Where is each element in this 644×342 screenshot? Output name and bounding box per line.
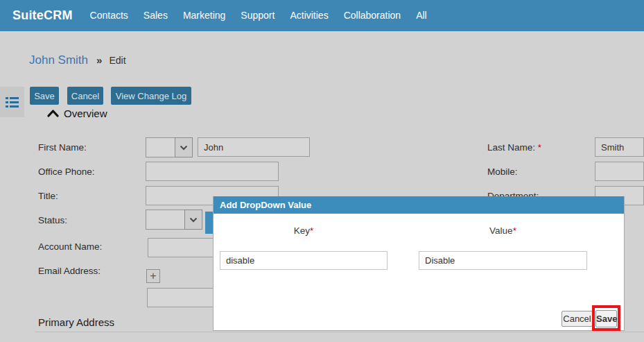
last-name-label-text: Last Name: xyxy=(487,142,535,153)
title-label: Title: xyxy=(38,191,58,201)
salutation-select[interactable] xyxy=(146,137,193,157)
last-name-input[interactable] xyxy=(595,137,644,157)
save-button[interactable]: Save xyxy=(30,87,59,105)
nav-item-sales[interactable]: Sales xyxy=(136,0,175,31)
key-field-label: Key* xyxy=(220,225,388,236)
view-change-log-button[interactable]: View Change Log xyxy=(111,87,191,105)
suitecrm-logo[interactable]: SuiteCRM xyxy=(0,8,82,23)
sidebar-toggle-button[interactable] xyxy=(0,87,24,117)
account-name-label: Account Name: xyxy=(38,241,102,252)
primary-address-section-title: Primary Address xyxy=(38,316,114,328)
breadcrumb-record-link[interactable]: John Smith xyxy=(29,53,88,67)
modal-title: Add DropDown Value xyxy=(214,196,624,214)
office-phone-input[interactable] xyxy=(146,162,279,181)
section-divider xyxy=(35,332,644,332)
add-email-button[interactable]: + xyxy=(146,269,160,283)
nav-item-activities[interactable]: Activities xyxy=(282,0,336,31)
chevron-down-icon xyxy=(180,145,188,151)
salutation-select-arrow[interactable] xyxy=(175,137,193,157)
email-address-label: Email Address: xyxy=(38,266,101,276)
value-input[interactable] xyxy=(419,251,587,270)
overview-section-toggle[interactable]: Overview xyxy=(47,108,107,119)
chevron-down-icon xyxy=(189,217,198,223)
modal-cancel-button[interactable]: Cancel xyxy=(562,311,593,327)
nav-item-collaboration[interactable]: Collaboration xyxy=(336,0,409,31)
last-name-label: Last Name: * xyxy=(487,142,541,153)
key-input[interactable] xyxy=(220,251,388,270)
suitecrm-edit-screen: SuiteCRM Contacts Sales Marketing Suppor… xyxy=(0,0,644,342)
breadcrumb: John Smith » Edit xyxy=(29,53,126,67)
office-phone-label: Office Phone: xyxy=(38,166,95,177)
value-field-label: Value* xyxy=(419,225,587,236)
add-dropdown-value-modal: Add DropDown Value Key* Value* Cancel Sa… xyxy=(213,196,625,331)
required-asterisk: * xyxy=(513,225,516,236)
list-icon xyxy=(6,97,19,108)
breadcrumb-separator: » xyxy=(96,54,102,66)
mobile-label: Mobile: xyxy=(487,166,518,177)
value-label-text: Value xyxy=(489,225,513,236)
nav-item-all[interactable]: All xyxy=(408,0,435,31)
first-name-input[interactable] xyxy=(198,137,310,157)
nav-item-support[interactable]: Support xyxy=(233,0,282,31)
status-label: Status: xyxy=(38,215,67,225)
nav-item-marketing[interactable]: Marketing xyxy=(175,0,233,31)
chevron-up-icon xyxy=(47,110,59,117)
mobile-input[interactable] xyxy=(595,162,644,181)
first-name-label: First Name: xyxy=(38,142,87,153)
required-asterisk: * xyxy=(310,225,313,236)
status-select[interactable] xyxy=(146,210,202,230)
status-select-arrow[interactable] xyxy=(184,210,202,230)
required-asterisk: * xyxy=(538,142,541,153)
nav-item-contacts[interactable]: Contacts xyxy=(82,0,136,31)
overview-section-title: Overview xyxy=(64,108,107,119)
modal-save-button[interactable]: Save xyxy=(595,310,617,327)
key-label-text: Key xyxy=(294,225,310,236)
cancel-button[interactable]: Cancel xyxy=(67,87,103,105)
top-navbar: SuiteCRM Contacts Sales Marketing Suppor… xyxy=(0,0,644,31)
breadcrumb-action: Edit xyxy=(109,55,125,66)
plus-icon: + xyxy=(150,270,156,282)
